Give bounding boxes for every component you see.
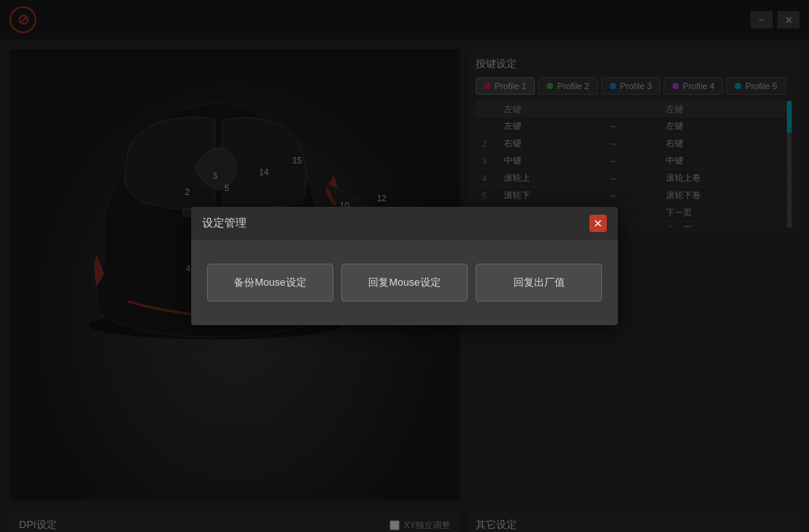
backup-mouse-button[interactable]: 备份Mouse设定 bbox=[207, 264, 333, 302]
modal-body: 备份Mouse设定 回复Mouse设定 回复出厂值 bbox=[191, 240, 618, 325]
modal-dialog: 设定管理 ✕ 备份Mouse设定 回复Mouse设定 回复出厂值 bbox=[191, 207, 618, 325]
modal-overlay[interactable]: 设定管理 ✕ 备份Mouse设定 回复Mouse设定 回复出厂值 bbox=[0, 0, 809, 532]
factory-reset-button[interactable]: 回复出厂值 bbox=[476, 264, 602, 302]
modal-close-button[interactable]: ✕ bbox=[589, 215, 607, 232]
modal-header: 设定管理 ✕ bbox=[191, 207, 618, 240]
restore-mouse-button[interactable]: 回复Mouse设定 bbox=[341, 264, 468, 302]
modal-title: 设定管理 bbox=[202, 216, 246, 230]
